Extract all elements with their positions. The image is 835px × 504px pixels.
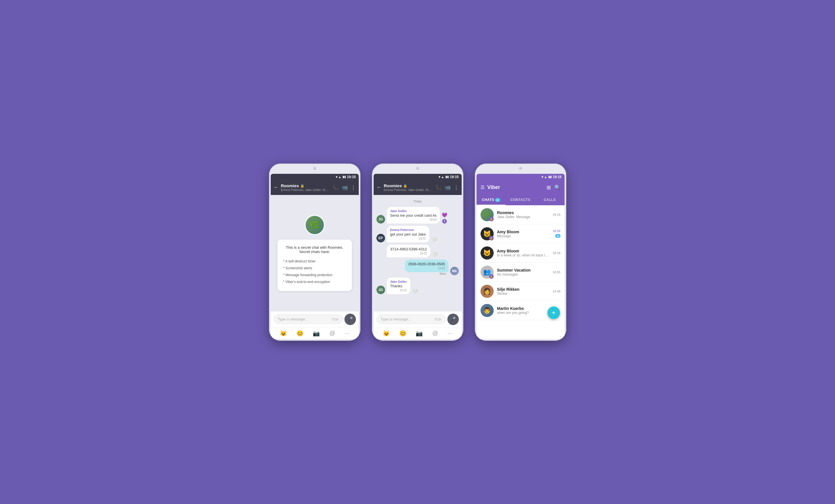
list-item[interactable]: 👥 🔒 Summer Vacation No messages 16:55 — [476, 263, 565, 282]
chat-preview-amy1: Message — [497, 234, 549, 238]
mic-button-2[interactable]: 🎤 — [447, 314, 459, 325]
secret-intro: This is a secret chat with Roomies. Secr… — [283, 245, 346, 254]
phone-1: ▼▲ ▮▮ 19:15 ← Roomies 🔒 Emma Peterson, J… — [269, 163, 361, 341]
heart-reaction-1[interactable]: 💜 — [442, 213, 447, 218]
chat-info-silje: Silje Rikken Sticker — [497, 287, 549, 296]
chat-name-2: Roomies 🔒 — [384, 183, 433, 188]
video-icon-1[interactable]: 📹 — [342, 184, 348, 191]
chat-time-silje: 14:38 — [553, 289, 561, 293]
date-divider: Today — [376, 200, 459, 203]
heart-btn-3[interactable]: 🤍 — [432, 252, 437, 257]
chat-time-amy1: 18:56 — [553, 229, 561, 233]
avatar-amy-1: 😺 🔒 — [481, 227, 494, 240]
msg-meta-5: 19:15 — [390, 289, 407, 292]
avatar-summer: 👥 🔒 — [481, 266, 494, 279]
input-bar-1: Type a message... ⏱1h 🎤 — [271, 311, 359, 327]
mention-icon-1[interactable]: @ — [329, 330, 335, 337]
sticker-icon-1[interactable]: 😺 — [280, 330, 287, 337]
input-field-1[interactable]: Type a message... ⏱1h — [273, 315, 343, 324]
chat-meta-roomies: 19:15 — [553, 213, 561, 216]
viber-header-left: ☰ Viber — [481, 184, 500, 190]
secret-chat-card: This is a secret chat with Roomies. Secr… — [278, 240, 352, 291]
input-field-2[interactable]: Type a message... ⏱1h — [376, 315, 446, 324]
secret-avatar: 🌿 — [305, 215, 325, 235]
battery-icon-2: ▮▮ — [445, 175, 449, 179]
msg-text-3: 3714-4963-5398-4312 — [390, 247, 427, 251]
camera-icon-2[interactable]: 📷 — [416, 330, 423, 337]
msg-bubble-2: Emma Peterson get your pen out Jake 19:0… — [387, 226, 429, 242]
chat-preview-roomies: Jake Geller: Message — [497, 215, 549, 219]
read-badge-1: 1 — [442, 219, 447, 224]
sticker-icon-2[interactable]: 😺 — [383, 330, 390, 337]
lock-overlay-amy1: 🔒 — [489, 236, 494, 240]
back-button-2[interactable]: ← — [376, 184, 382, 190]
chat-preview-summer: No messages — [497, 273, 549, 277]
menu-icon[interactable]: ☰ — [481, 185, 485, 190]
emoji-icon-2[interactable]: 😊 — [399, 330, 407, 337]
list-item[interactable]: 🌿 🔒 Roomies Jake Geller: Message 19:15 — [476, 205, 565, 224]
msg-time-5: 19:15 — [400, 289, 407, 292]
chats-list: 🌿 🔒 Roomies Jake Geller: Message 19:15 😺 — [476, 205, 565, 339]
heart-btn-5[interactable]: 🤍 — [412, 289, 418, 294]
feature-4: * Viber's end-to-end encryption — [283, 279, 346, 285]
emoji-icon-1[interactable]: 😊 — [297, 330, 304, 337]
more-icon-2[interactable]: ⋮ — [454, 184, 459, 191]
msg-time-1: 18:54 — [429, 218, 436, 221]
mic-button-1[interactable]: 🎤 — [344, 314, 356, 325]
back-button-1[interactable]: ← — [273, 184, 279, 190]
msg-bubble-3: 3714-4963-5398-4312 19:02 — [387, 245, 430, 257]
battery-icon-3: ▮▮ — [548, 175, 552, 179]
msg-text-4: 3566-0020-2036-0505 — [408, 262, 445, 266]
input-icons-2: 😺 😊 📷 @ ··· — [374, 327, 462, 339]
table-row: Me 3566-0020-2036-0505 19:08 Seen — [376, 260, 459, 275]
fab-button[interactable]: + — [547, 306, 560, 319]
lock-icon-2: 🔒 — [403, 184, 407, 188]
chat-name-1: Roomies 🔒 — [281, 183, 330, 188]
avatar-emma: EP — [376, 234, 385, 242]
time-3: 19:15 — [553, 175, 562, 179]
sender-name-5: Jake Geller — [390, 280, 407, 283]
list-item[interactable]: 😺 🔒 Amy Bloom Message 18:56 1 — [476, 224, 565, 244]
phone-2-inner: ▼▲ ▮▮ 19:15 ← Roomies 🔒 Emma Peterson, J… — [374, 174, 462, 339]
video-icon-2[interactable]: 📹 — [445, 184, 451, 191]
tab-chats[interactable]: CHATS1 — [476, 195, 506, 205]
more-icons-2[interactable]: ··· — [447, 330, 452, 337]
camera-icon-1[interactable]: 📷 — [313, 330, 320, 337]
msg-meta-3: 19:02 — [390, 252, 427, 255]
time-1: 19:15 — [347, 175, 356, 179]
chat-time-summer: 16:55 — [553, 270, 561, 274]
more-icon-1[interactable]: ⋮ — [351, 184, 356, 191]
chat-actions-1: 📞 📹 ⋮ — [332, 184, 356, 191]
input-bar-2: Type a message... ⏱1h 🎤 — [374, 311, 462, 327]
list-item[interactable]: 😺 Amy Bloom In a week or so, when im bac… — [476, 244, 565, 263]
list-item[interactable]: 👩 Silje Rikken Sticker 14:38 — [476, 282, 565, 301]
chat-meta-silje: 14:38 — [553, 289, 561, 293]
signal-icons-2: ▼▲ — [438, 175, 444, 179]
chat-time-roomies: 19:15 — [553, 213, 561, 216]
tab-calls[interactable]: CALLS — [535, 195, 565, 205]
avatar-jake-2: JG — [376, 286, 385, 294]
msg-time-2: 19:02 — [419, 237, 426, 240]
table-row: JG Jake Geller Thanks 19:15 🤍 — [376, 278, 459, 294]
search-icon[interactable]: 🔍 — [554, 184, 561, 191]
tab-contacts[interactable]: CONTACTS — [506, 195, 535, 205]
feature-1: * A self-destruct timer — [283, 258, 346, 265]
chat-info-summer: Summer Vacation No messages — [497, 268, 549, 277]
phone-2: ▼▲ ▮▮ 19:15 ← Roomies 🔒 Emma Peterson, J… — [372, 163, 463, 341]
chat-time-amy2: 18:28 — [553, 251, 561, 255]
sender-name-2: Emma Peterson — [390, 228, 426, 231]
signal-icons-1: ▼▲ — [335, 175, 341, 179]
chat-name-amy1: Amy Bloom — [497, 229, 549, 234]
avatar-jake-1: JG — [376, 215, 385, 224]
call-icon-2[interactable]: 📞 — [435, 184, 442, 191]
qr-icon[interactable]: ⊞ — [547, 184, 551, 191]
chat-name-summer: Summer Vacation — [497, 268, 549, 273]
msg-bubble-4: 3566-0020-2036-0505 19:08 — [405, 260, 449, 272]
more-icons-1[interactable]: ··· — [344, 330, 349, 337]
time-2: 19:15 — [450, 175, 459, 179]
heart-btn-2[interactable]: 🤍 — [431, 237, 437, 242]
signal-icons-3: ▼▲ — [541, 175, 547, 179]
battery-icon-1: ▮▮ — [343, 175, 346, 179]
call-icon-1[interactable]: 📞 — [332, 184, 339, 191]
mention-icon-2[interactable]: @ — [432, 330, 438, 337]
